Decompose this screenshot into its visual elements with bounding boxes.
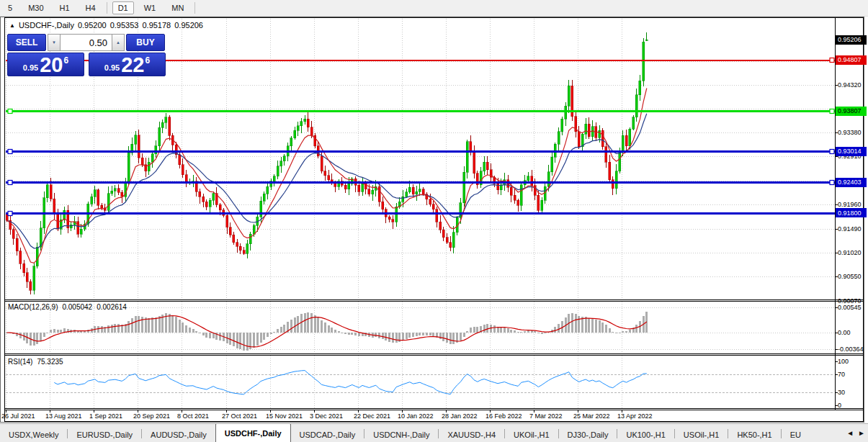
date-axis-label: 16 Feb 2022 — [486, 412, 522, 420]
macd-bar — [171, 315, 174, 333]
macd-bar — [107, 325, 109, 333]
candle-body — [632, 117, 635, 129]
date-axis-label: 28 Jan 2022 — [442, 412, 478, 420]
macd-bar — [585, 317, 587, 333]
line-drag-handle[interactable] — [8, 109, 12, 114]
macd-bar — [463, 333, 465, 337]
candle-body — [155, 146, 157, 154]
macd-bar — [446, 333, 448, 343]
tab-scroll-right-icon[interactable]: ► — [858, 429, 865, 437]
macd-bar — [527, 330, 529, 333]
level-price-axis-box: 0.93807 — [836, 107, 867, 116]
volume-increase-button[interactable]: ▲ — [112, 34, 125, 51]
tab-scroll-left-icon[interactable]: ◄ — [846, 429, 854, 437]
chart-tab-xauusd-h4[interactable]: XAUUSD-,H4 — [439, 427, 504, 442]
chart-tab-audusd-daily[interactable]: AUDUSD-,Daily — [142, 427, 215, 442]
candle-body — [568, 86, 570, 106]
macd-bar — [307, 312, 309, 333]
candle-body — [625, 135, 627, 145]
chart-frame — [5, 18, 864, 422]
macd-bar — [507, 328, 509, 333]
candle-body — [158, 127, 161, 145]
macd-bar — [141, 317, 143, 333]
level-price-axis-box: 0.92403 — [836, 178, 867, 187]
macd-bar — [629, 330, 631, 333]
candle-body — [452, 233, 455, 248]
sell-button[interactable]: SELL — [7, 34, 46, 51]
chart-tab-usdcnh-daily[interactable]: USDCNH-,Daily — [364, 427, 438, 442]
chart-tab-overflow[interactable]: EU — [782, 427, 810, 442]
candle-body — [310, 127, 313, 136]
rsi-axis-label: 70 — [838, 371, 845, 378]
macd-bar — [131, 318, 133, 333]
date-axis-label: 3 Dec 2021 — [310, 412, 343, 420]
macd-bar — [426, 333, 428, 335]
candle-body — [565, 106, 567, 119]
rsi-axis-label: 30 — [838, 389, 845, 396]
volume-decrease-button[interactable]: ▼ — [48, 34, 61, 51]
macd-bar — [324, 323, 326, 333]
macd-bar — [358, 333, 360, 336]
rsi-line — [54, 371, 647, 394]
candle-body — [127, 153, 130, 182]
line-drag-handle[interactable] — [8, 181, 12, 185]
macd-bar — [591, 319, 594, 333]
macd-bar — [500, 328, 502, 333]
macd-bar — [155, 317, 157, 333]
line-drag-handle[interactable] — [830, 150, 834, 154]
line-drag-handle[interactable] — [8, 150, 12, 154]
candle-body — [277, 166, 279, 176]
buy-button[interactable]: BUY — [126, 34, 165, 51]
macd-bar — [43, 333, 45, 337]
candle-body — [246, 244, 249, 253]
candle-body — [622, 135, 624, 152]
macd-bar — [520, 332, 522, 333]
macd-bar — [466, 331, 468, 333]
macd-bar — [304, 313, 306, 333]
candle-body — [26, 273, 28, 281]
macd-bar — [331, 328, 333, 333]
candle-body — [517, 200, 519, 205]
ohlc-high: 0.95353 — [110, 21, 139, 30]
macd-bar — [422, 333, 424, 335]
chart-tab-usdx-weekly[interactable]: USDX,Weekly — [0, 427, 67, 442]
macd-bar — [473, 327, 475, 333]
chart-tab-dj30-daily[interactable]: DJ30-,Daily — [559, 427, 617, 442]
macd-bar — [53, 329, 55, 333]
rsi-label: RSI(14) 75.3235 — [8, 358, 63, 366]
ohlc-low: 0.95178 — [142, 21, 171, 30]
chart-tab-usdcad-daily[interactable]: USDCAD-,Daily — [291, 427, 364, 442]
chart-tab-eurusd-daily[interactable]: EURUSD-,Daily — [68, 427, 141, 442]
macd-bar — [476, 327, 478, 333]
candle-body — [406, 192, 408, 197]
chart-tab-hk50-h1[interactable]: HK50-,H1 — [728, 427, 780, 442]
chart-tab-usoil-h1[interactable]: USOil-,H1 — [675, 427, 728, 442]
candle-body — [294, 130, 296, 138]
sell-price-box[interactable]: 0.95 20 6 — [7, 53, 84, 76]
macd-bar — [338, 331, 340, 333]
line-drag-handle[interactable] — [830, 181, 834, 185]
date-axis-label: 8 Oct 2021 — [177, 412, 209, 420]
chart-tab-uk100-h1[interactable]: UK100-,H1 — [617, 427, 674, 442]
macd-bar — [185, 325, 187, 333]
candle-body — [263, 194, 265, 201]
line-drag-handle[interactable] — [830, 109, 834, 114]
candle-body — [585, 124, 587, 134]
chart-tab-ukoil-h1[interactable]: UKOil-,H1 — [505, 427, 558, 442]
macd-bar — [33, 333, 35, 346]
line-drag-handle[interactable] — [830, 58, 834, 63]
macd-bar — [151, 317, 153, 333]
candle-body — [199, 191, 201, 197]
candle-body — [497, 184, 499, 190]
date-axis-label: 20 Sep 2021 — [133, 412, 170, 420]
candle-body — [324, 171, 326, 176]
candle-body — [510, 187, 512, 195]
macd-bar — [179, 320, 181, 333]
buy-price-box[interactable]: 0.95 22 6 — [89, 53, 166, 76]
volume-input[interactable]: 0.50 — [61, 34, 112, 51]
chart-tab-usdchf-daily[interactable]: USDCHF-,Daily — [215, 423, 291, 442]
candle-body — [202, 197, 205, 202]
collapse-arrow-icon[interactable]: ▲ — [9, 22, 15, 29]
date-axis-label: 10 Jan 2022 — [398, 412, 434, 420]
line-drag-handle[interactable] — [8, 212, 12, 216]
